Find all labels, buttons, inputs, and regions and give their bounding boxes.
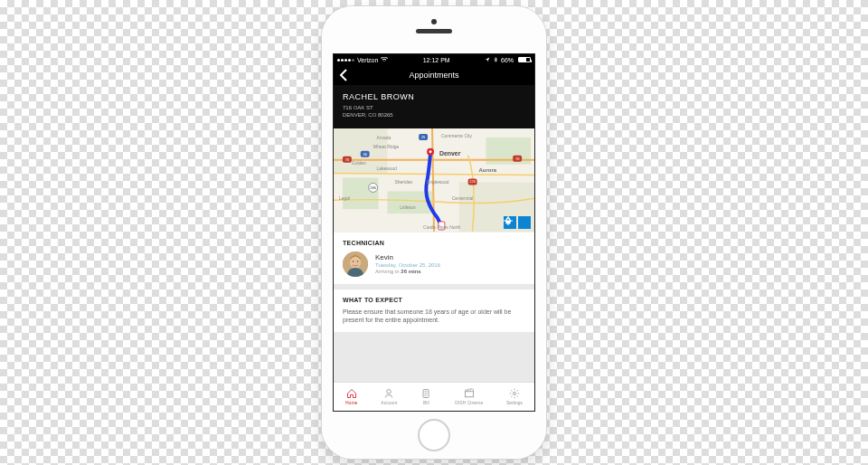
tab-bill[interactable]: Bill [420, 388, 431, 405]
svg-point-44 [513, 393, 515, 395]
svg-text:Englewood: Englewood [427, 180, 449, 185]
technician-row[interactable]: Kevin Tuesday, October 25, 2016 Arriving… [343, 251, 525, 277]
svg-text:Aurora: Aurora [479, 166, 497, 172]
svg-text:Arvada: Arvada [377, 135, 392, 139]
svg-point-41 [387, 390, 392, 394]
technician-arrival: Arriving in 26 mins [375, 269, 440, 274]
svg-text:Wheat Ridge: Wheat Ridge [373, 144, 400, 148]
tab-settings[interactable]: Settings [506, 388, 523, 405]
customer-address-line1: 716 OAK ST [343, 105, 525, 112]
status-bar: Verizon 12:12 PM 66% [334, 54, 534, 65]
bill-icon [420, 388, 431, 399]
tab-bar: Home Account Bill DISH Cinema Settings [334, 382, 534, 411]
svg-rect-3 [343, 177, 379, 209]
svg-text:Centennial: Centennial [452, 196, 474, 201]
phone-frame: Verizon 12:12 PM 66% [322, 6, 546, 459]
battery-percent-label: 66% [501, 57, 514, 63]
expect-section-title: WHAT TO EXPECT [343, 297, 525, 303]
technician-avatar [343, 251, 368, 277]
svg-text:Legal: Legal [339, 196, 350, 201]
customer-name: RACHEL BROWN [343, 92, 525, 101]
svg-point-7 [429, 150, 432, 153]
technician-name: Kevin [375, 253, 440, 261]
svg-text:Castle Pines North: Castle Pines North [423, 225, 460, 230]
nav-bar: Appointments [334, 65, 534, 85]
technician-date: Tuesday, October 25, 2016 [375, 262, 440, 268]
cinema-icon [464, 388, 475, 399]
svg-rect-43 [465, 392, 473, 397]
carrier-label: Verizon [357, 57, 378, 63]
svg-text:285: 285 [370, 185, 376, 190]
battery-icon [516, 57, 531, 62]
tab-cinema[interactable]: DISH Cinema [455, 388, 483, 405]
wifi-icon [381, 57, 388, 62]
lock-button[interactable] [518, 216, 531, 229]
bluetooth-icon [493, 57, 498, 62]
svg-text:225: 225 [469, 179, 476, 184]
home-icon [346, 388, 357, 399]
svg-point-39 [353, 261, 354, 262]
screen: Verizon 12:12 PM 66% [333, 53, 535, 412]
back-icon[interactable] [339, 69, 348, 81]
technician-card: TECHNICIAN Kevi [334, 232, 534, 284]
settings-icon [509, 388, 520, 399]
content-scroll[interactable]: Denver Arvada Commerce City Wheat Ridge … [334, 128, 534, 382]
technician-section-title: TECHNICIAN [343, 240, 525, 246]
expect-card: WHAT TO EXPECT Please ensure that someon… [334, 289, 534, 333]
svg-point-40 [357, 261, 359, 262]
customer-header: RACHEL BROWN 716 OAK ST DENVER, CO 80265 [334, 85, 534, 128]
phone-camera [431, 19, 437, 24]
home-button[interactable] [418, 419, 450, 451]
svg-text:Littleton: Littleton [400, 205, 416, 210]
svg-text:Golden: Golden [352, 160, 366, 165]
page-title: Appointments [409, 71, 458, 80]
tab-home[interactable]: Home [345, 388, 357, 405]
svg-text:Sheridan: Sheridan [394, 180, 412, 185]
signal-dots-icon [337, 59, 354, 62]
svg-rect-35 [506, 220, 511, 223]
tab-account[interactable]: Account [381, 388, 397, 405]
svg-text:Denver: Denver [439, 149, 461, 156]
svg-text:Lakewood: Lakewood [377, 166, 398, 170]
customer-address-line2: DENVER, CO 80265 [343, 112, 525, 119]
location-arrow-icon [485, 57, 490, 62]
phone-speaker [416, 29, 452, 33]
account-icon [383, 388, 394, 399]
expect-body: Please ensure that someone 18 years of a… [343, 308, 525, 326]
clock-label: 12:12 PM [423, 57, 450, 63]
svg-text:Commerce City: Commerce City [441, 134, 473, 138]
map-view[interactable]: Denver Arvada Commerce City Wheat Ridge … [334, 128, 534, 232]
